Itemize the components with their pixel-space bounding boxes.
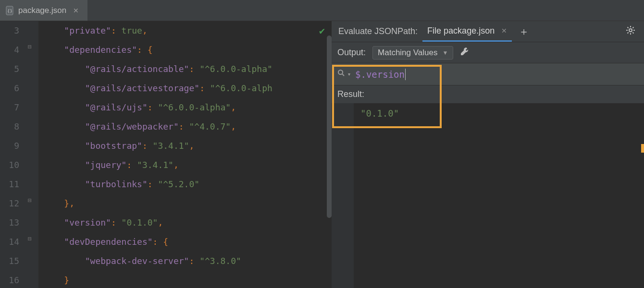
tool-title: Evaluate JSONPath: — [335, 26, 421, 36]
fold-end-icon: ⊟ — [28, 197, 32, 204]
svg-line-7 — [628, 27, 629, 28]
chevron-down-icon[interactable]: ▾ — [348, 72, 350, 77]
editor-scrollbar[interactable] — [327, 36, 332, 218]
svg-line-8 — [632, 32, 633, 33]
text-caret — [405, 69, 406, 80]
code-line[interactable]: "@rails/webpacker": "^4.0.7", — [43, 117, 272, 136]
tool-tab-file[interactable]: File package.json ✕ — [422, 21, 512, 42]
line-number: 3 — [0, 21, 26, 40]
line-number: 4 — [0, 40, 26, 60]
line-number: 9 — [0, 136, 26, 156]
svg-line-10 — [632, 27, 633, 28]
code-line[interactable]: "version": "0.1.0", — [43, 213, 272, 232]
line-number: 13 — [0, 213, 26, 232]
line-number: 16 — [0, 271, 26, 288]
chevron-down-icon: ▼ — [442, 49, 448, 56]
tool-tabstrip: Evaluate JSONPath: File package.json ✕ ＋ — [332, 21, 644, 42]
line-number: 12 — [0, 194, 26, 213]
editor-tabstrip: {} package.json ✕ — [0, 0, 644, 21]
result-label: Result: — [332, 85, 644, 103]
fold-column: ⊟ ⊟ ⊟ — [26, 21, 38, 288]
inspection-ok-icon[interactable]: ✔ — [319, 25, 325, 36]
editor-tab-label: package.json — [18, 6, 66, 15]
result-gutter — [332, 103, 354, 288]
editor-tab-package-json[interactable]: {} package.json ✕ — [0, 0, 87, 21]
tool-tab-label: File package.json — [427, 26, 495, 36]
code-line[interactable]: "webpack-dev-server": "^3.8.0" — [43, 252, 272, 271]
result-value[interactable]: "0.1.0" — [354, 103, 406, 288]
code-line[interactable]: "jquery": "3.4.1", — [43, 156, 272, 175]
svg-line-9 — [628, 32, 629, 33]
line-number: 8 — [0, 117, 26, 136]
code-area[interactable]: "private": true, "dependencies": { "@rai… — [38, 21, 272, 288]
svg-point-11 — [338, 70, 343, 74]
code-line[interactable]: "@rails/activestorage": "^6.0.0-alph — [43, 79, 272, 98]
jsonpath-tool-window: Evaluate JSONPath: File package.json ✕ ＋… — [332, 21, 644, 288]
annotation-nub — [641, 144, 644, 153]
fold-marker-icon[interactable]: ⊟ — [28, 43, 32, 50]
editor-pane: 345678910111213141516 ⊟ ⊟ ⊟ "private": t… — [0, 21, 332, 288]
code-line[interactable]: "@rails/actioncable": "^6.0.0-alpha" — [43, 60, 272, 79]
json-file-icon: {} — [6, 6, 14, 15]
search-icon[interactable] — [337, 69, 345, 79]
code-line[interactable]: "turbolinks": "^5.2.0" — [43, 175, 272, 194]
code-line[interactable]: "devDependencies": { — [43, 232, 272, 252]
wrench-icon[interactable] — [460, 47, 470, 59]
code-line[interactable]: "bootstrap": "3.4.1", — [43, 136, 272, 156]
svg-point-2 — [629, 29, 632, 32]
main-split: 345678910111213141516 ⊟ ⊟ ⊟ "private": t… — [0, 21, 644, 288]
code-line[interactable]: "@rails/ujs": "^6.0.0-alpha", — [43, 98, 272, 117]
line-number: 15 — [0, 252, 26, 271]
svg-text:{}: {} — [7, 9, 12, 13]
jsonpath-query-input[interactable]: $.version — [355, 69, 406, 80]
line-gutter: 345678910111213141516 — [0, 21, 26, 288]
tool-controls: Output: Matching Values ▼ — [332, 42, 644, 63]
line-number: 5 — [0, 60, 26, 79]
code-line[interactable]: "dependencies": { — [43, 40, 272, 60]
gear-icon[interactable] — [621, 25, 640, 38]
output-mode-dropdown[interactable]: Matching Values ▼ — [372, 46, 453, 60]
result-body: "0.1.0" — [332, 103, 644, 288]
jsonpath-query-row: ▾ $.version — [332, 63, 644, 85]
dropdown-value: Matching Values — [378, 48, 437, 58]
code-line[interactable]: }, — [43, 194, 272, 213]
close-icon[interactable]: ✕ — [73, 7, 79, 14]
line-number: 14 — [0, 232, 26, 252]
line-number: 6 — [0, 79, 26, 98]
add-tab-button[interactable]: ＋ — [514, 24, 534, 39]
line-number: 10 — [0, 156, 26, 175]
close-icon[interactable]: ✕ — [501, 27, 507, 35]
line-number: 7 — [0, 98, 26, 117]
svg-line-12 — [342, 74, 344, 76]
output-label: Output: — [337, 48, 366, 58]
fold-marker-icon[interactable]: ⊟ — [28, 235, 32, 242]
line-number: 11 — [0, 175, 26, 194]
code-line[interactable]: "private": true, — [43, 21, 272, 40]
code-line[interactable]: } — [43, 271, 272, 288]
